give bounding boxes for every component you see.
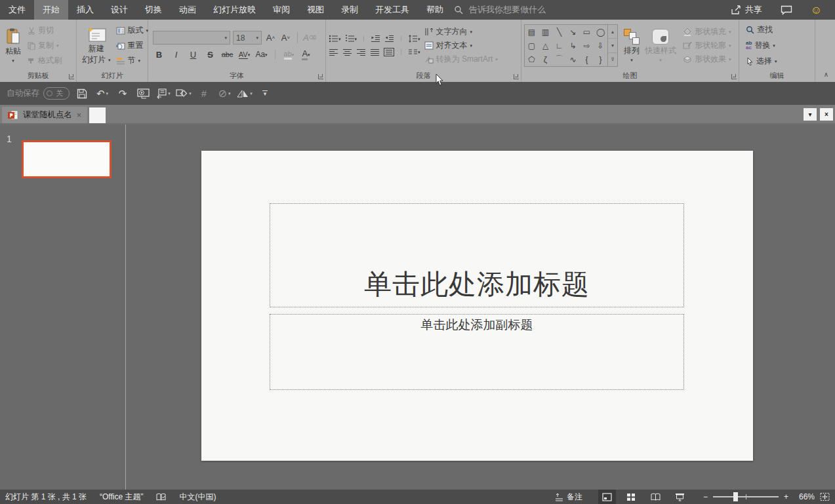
shape-rectangle[interactable]: ▭: [583, 28, 590, 37]
shape-left-brace[interactable]: {: [585, 55, 588, 64]
numbering-button[interactable]: ▾: [345, 35, 357, 43]
slide-show-button[interactable]: [671, 490, 689, 504]
customize-qat-button[interactable]: ▾: [257, 85, 273, 102]
align-right-button[interactable]: [356, 48, 366, 56]
shape-effects-button[interactable]: 形状效果 ▾: [683, 54, 731, 65]
bullets-button[interactable]: ▾: [329, 35, 341, 43]
close-document-button[interactable]: ×: [820, 108, 833, 121]
align-center-button[interactable]: [342, 48, 352, 56]
zoom-percentage[interactable]: 66%: [794, 492, 815, 501]
replace-button[interactable]: ab ac 替换 ▾: [746, 40, 777, 51]
grow-font-button[interactable]: A˄: [264, 33, 277, 43]
crop-button[interactable]: #: [196, 85, 212, 102]
tab-list-dropdown-button[interactable]: ▾: [804, 108, 817, 121]
columns-button[interactable]: ▾: [408, 48, 420, 56]
new-document-tab[interactable]: [89, 107, 106, 123]
menu-tab-home[interactable]: 开始: [34, 0, 68, 20]
find-button[interactable]: 查找: [746, 24, 777, 35]
shapes-gallery-more-button[interactable]: ⊽: [608, 52, 617, 66]
start-from-beginning-button[interactable]: [135, 85, 151, 102]
select-button[interactable]: 选择 ▾: [746, 56, 777, 67]
shape-arc[interactable]: ⌒: [556, 54, 563, 65]
shape-rounded-rectangle[interactable]: ▢: [528, 41, 535, 50]
share-button[interactable]: 共享: [731, 4, 762, 16]
font-dialog-launcher[interactable]: [318, 74, 323, 79]
italic-button[interactable]: I: [170, 50, 182, 60]
menu-tab-file[interactable]: 文件: [0, 0, 34, 20]
flip-shape-button[interactable]: ▾: [237, 85, 253, 102]
quick-styles-button[interactable]: 快速样式 ▾: [642, 23, 679, 68]
document-tab[interactable]: 课堂随机点名 ×: [2, 107, 87, 123]
menu-tab-developer[interactable]: 开发工具: [367, 0, 418, 20]
slide-thumbnail-selected[interactable]: [22, 140, 112, 178]
menu-tab-view[interactable]: 视图: [298, 0, 333, 20]
combine-shapes-button[interactable]: ⊘▾: [216, 85, 232, 102]
shape-down-arrow[interactable]: ⇩: [597, 41, 603, 50]
shape-text-box[interactable]: ▤: [528, 28, 535, 37]
redo-button[interactable]: ↷: [115, 85, 131, 102]
highlight-color-button[interactable]: ab▾: [283, 50, 295, 60]
slide-canvas[interactable]: 单击此处添加标题 单击此处添加副标题: [201, 151, 753, 461]
change-case-button[interactable]: Aa▾: [255, 50, 268, 59]
menu-tab-transitions[interactable]: 切换: [136, 0, 171, 20]
distribute-text-button[interactable]: [384, 48, 394, 56]
format-painter-button[interactable]: 格式刷: [28, 55, 62, 66]
title-placeholder[interactable]: 单击此处添加标题: [270, 203, 684, 307]
menu-tab-review[interactable]: 审阅: [264, 0, 298, 20]
shape-oval[interactable]: ◯: [596, 28, 605, 37]
menu-tab-insert[interactable]: 插入: [68, 0, 102, 20]
reset-button[interactable]: 重置: [116, 40, 149, 51]
spellcheck-icon[interactable]: [156, 493, 166, 501]
document-tab-close-icon[interactable]: ×: [77, 111, 81, 120]
comments-button[interactable]: [781, 5, 792, 15]
font-size-combo[interactable]: 18 ▾: [233, 31, 262, 45]
shape-outline-button[interactable]: 形状轮廓 ▾: [683, 40, 731, 51]
reuse-slides-button[interactable]: ▾: [155, 85, 171, 102]
slide-thumbnail-panel[interactable]: 1: [0, 125, 126, 490]
arrange-button[interactable]: 排列 ▾: [621, 23, 642, 68]
shrink-font-button[interactable]: A˅: [279, 33, 292, 43]
copy-button[interactable]: 复制 ▾: [28, 40, 62, 51]
menu-tab-animations[interactable]: 动画: [171, 0, 205, 20]
shape-right-arrow[interactable]: ⇨: [583, 41, 590, 50]
increase-indent-button[interactable]: [384, 35, 394, 43]
align-text-button[interactable]: 对齐文本 ▾: [424, 40, 498, 51]
line-spacing-button[interactable]: ▾: [408, 35, 420, 43]
shape-line[interactable]: ╲: [557, 28, 561, 37]
convert-smartart-button[interactable]: 转换为 SmartArt ▾: [424, 54, 498, 65]
notes-button[interactable]: 备注: [555, 492, 582, 503]
shapes-scroll-up-button[interactable]: ▲: [608, 25, 617, 38]
new-slide-button[interactable]: 新建 幻灯片▾: [79, 23, 113, 68]
paste-button[interactable]: 粘贴 ▾: [3, 23, 24, 68]
undo-button[interactable]: ↶▾: [94, 85, 110, 102]
theme-name[interactable]: “Office 主题”: [100, 492, 143, 503]
bold-button[interactable]: B: [153, 50, 165, 60]
text-direction-button[interactable]: 文字方向 ▾: [424, 26, 498, 37]
save-button[interactable]: [74, 85, 90, 102]
shape-vertical-text-box[interactable]: ▥: [542, 28, 549, 37]
zoom-slider[interactable]: [713, 496, 779, 497]
zoom-in-button[interactable]: +: [784, 492, 788, 501]
shapes-scroll-down-button[interactable]: ▼: [608, 38, 617, 52]
shape-elbow-connector[interactable]: ∟: [556, 41, 563, 50]
normal-view-button[interactable]: [598, 490, 616, 504]
character-spacing-button[interactable]: AV▾: [238, 50, 251, 59]
cut-button[interactable]: 剪切: [28, 25, 62, 36]
shape-triangle[interactable]: △: [542, 41, 548, 50]
slide-counter[interactable]: 幻灯片 第 1 张 , 共 1 张: [5, 492, 87, 503]
section-button[interactable]: 节 ▾: [116, 55, 149, 66]
feedback-button[interactable]: ☺: [811, 5, 822, 16]
clipboard-dialog-launcher[interactable]: [69, 74, 74, 79]
clear-formatting-button[interactable]: A⌫: [303, 33, 316, 43]
text-shadow-button[interactable]: S: [204, 50, 216, 60]
fit-to-window-button[interactable]: [820, 492, 830, 501]
shape-curve[interactable]: ∿: [569, 55, 576, 64]
menu-tab-slideshow[interactable]: 幻灯片放映: [205, 0, 264, 20]
menu-tab-design[interactable]: 设计: [102, 0, 136, 20]
zoom-out-button[interactable]: −: [703, 492, 708, 501]
strikethrough-button[interactable]: abc: [221, 50, 234, 58]
shape-fill-button[interactable]: 形状填充 ▾: [683, 26, 731, 37]
zoom-slider-handle[interactable]: [733, 492, 738, 501]
font-color-button[interactable]: A▾: [300, 48, 312, 60]
reading-view-button[interactable]: [647, 490, 664, 504]
